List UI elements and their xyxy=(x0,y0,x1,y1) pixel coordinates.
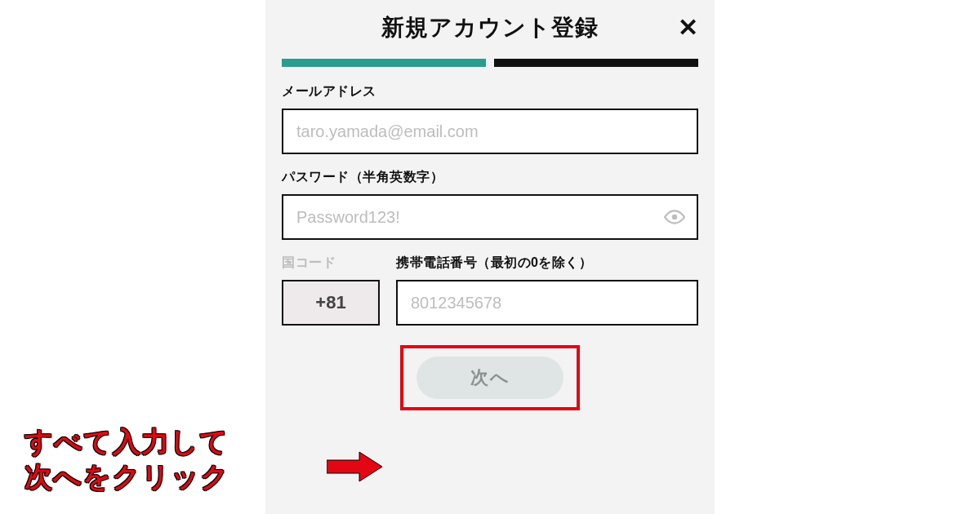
email-label: メールアドレス xyxy=(282,83,698,100)
svg-point-0 xyxy=(672,215,678,220)
close-icon[interactable]: ✕ xyxy=(678,16,698,40)
page-title: 新規アカウント登録 xyxy=(381,12,599,43)
country-code-select[interactable]: +81 xyxy=(282,280,380,326)
svg-marker-1 xyxy=(327,452,382,481)
email-field-group: メールアドレス xyxy=(282,83,698,154)
signup-panel: 新規アカウント登録 ✕ メールアドレス パスワード（半角英数字） xyxy=(265,0,715,514)
progress-bar xyxy=(282,59,698,67)
next-button[interactable]: 次へ xyxy=(416,357,564,399)
country-code-group: 国コード +81 xyxy=(282,255,380,326)
show-password-icon[interactable] xyxy=(664,206,685,228)
arrow-icon xyxy=(327,450,384,483)
progress-step-2 xyxy=(494,59,698,67)
phone-label: 携帯電話番号（最初の0を除く） xyxy=(396,255,698,272)
password-label: パスワード（半角英数字） xyxy=(282,169,698,186)
phone-input-wrap xyxy=(396,280,698,326)
country-code-label: 国コード xyxy=(282,255,380,272)
phone-input[interactable] xyxy=(411,281,684,324)
titlebar: 新規アカウント登録 ✕ xyxy=(282,3,698,52)
password-field-group: パスワード（半角英数字） xyxy=(282,169,698,240)
password-input-wrap xyxy=(282,194,698,240)
instruction-annotation: すべて入力して 次へをクリック xyxy=(24,424,229,494)
phone-field-group: 携帯電話番号（最初の0を除く） xyxy=(396,255,698,326)
password-input[interactable] xyxy=(296,196,684,238)
email-input[interactable] xyxy=(296,110,684,153)
next-button-highlight: 次へ xyxy=(400,345,580,410)
phone-row: 国コード +81 携帯電話番号（最初の0を除く） xyxy=(282,255,698,326)
progress-step-1 xyxy=(282,59,486,67)
email-input-wrap xyxy=(282,109,698,154)
